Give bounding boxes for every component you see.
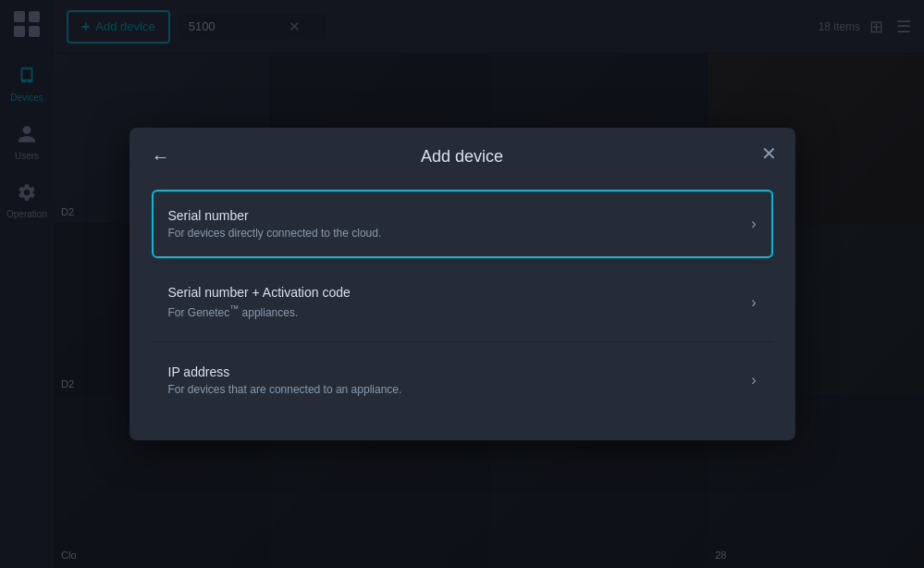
divider: [152, 262, 773, 263]
modal-back-button[interactable]: ←: [152, 146, 170, 167]
option-ip-address-desc: For devices that are connected to an app…: [168, 383, 752, 396]
option-serial-number[interactable]: Serial number For devices directly conne…: [152, 190, 773, 258]
option-serial-activation[interactable]: Serial number + Activation code For Gene…: [152, 266, 773, 338]
add-device-modal: ← Add device ✕ Serial number For devices…: [129, 128, 795, 440]
modal-overlay: ← Add device ✕ Serial number For devices…: [0, 0, 924, 568]
modal-body: Serial number For devices directly conne…: [129, 182, 795, 440]
option-serial-number-text: Serial number For devices directly conne…: [168, 208, 752, 240]
option-serial-activation-title: Serial number + Activation code: [168, 285, 752, 300]
option-serial-number-title: Serial number: [168, 208, 752, 223]
option-serial-activation-text: Serial number + Activation code For Gene…: [168, 285, 752, 319]
modal-close-button[interactable]: ✕: [761, 144, 777, 163]
chevron-right-icon: ›: [751, 216, 756, 232]
option-serial-number-desc: For devices directly connected to the cl…: [168, 227, 752, 240]
divider: [152, 341, 773, 342]
option-serial-activation-desc: For Genetec™ appliances.: [168, 303, 752, 319]
modal-header: ← Add device ✕: [129, 128, 795, 182]
modal-title: Add device: [185, 147, 740, 167]
option-ip-address[interactable]: IP address For devices that are connecte…: [152, 346, 773, 414]
option-ip-address-text: IP address For devices that are connecte…: [168, 364, 752, 396]
chevron-right-icon: ›: [751, 294, 756, 311]
chevron-right-icon: ›: [751, 372, 756, 389]
option-ip-address-title: IP address: [168, 364, 752, 379]
